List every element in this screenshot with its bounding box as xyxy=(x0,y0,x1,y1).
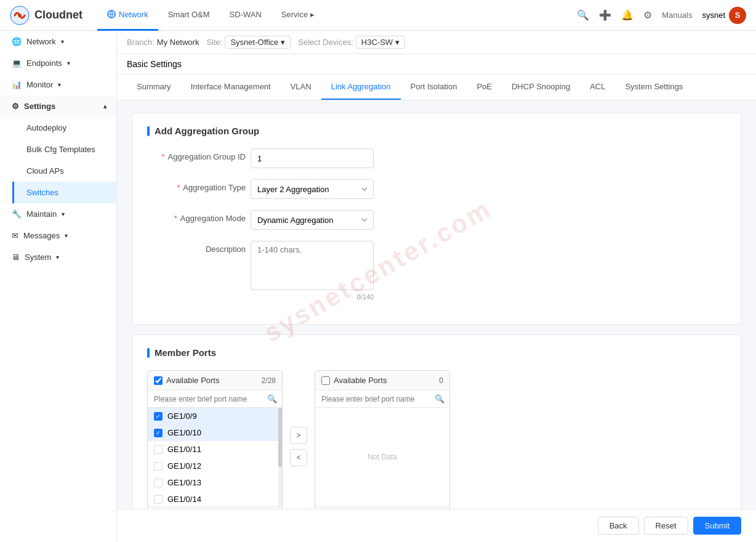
agg-mode-label: * Aggregation Mode xyxy=(147,210,246,223)
right-port-box-title: Available Ports xyxy=(321,376,387,385)
left-search-icon[interactable]: 🔍 xyxy=(262,390,282,407)
sidebar-item-monitor[interactable]: 📊 Monitor ▾ xyxy=(0,74,116,95)
breadcrumb-bar: Branch: My Network Site: Sysnet-Office ▾… xyxy=(117,31,756,54)
sidebar-item-system[interactable]: 🖥 System ▾ xyxy=(0,246,116,268)
port-label-ge1-0-12: GE1/0/12 xyxy=(167,461,201,471)
chevron-icon-6: ▾ xyxy=(56,254,59,261)
member-ports-title: Member Ports xyxy=(147,347,726,358)
port-checkbox-ge1-0-14[interactable] xyxy=(154,495,163,504)
logo-text: Cloudnet xyxy=(34,9,82,22)
sidebar-item-cloud-aps[interactable]: Cloud APs xyxy=(12,160,116,182)
nav-item-service[interactable]: Service ▸ xyxy=(271,0,324,31)
back-button[interactable]: Back xyxy=(598,517,639,535)
description-label: Description xyxy=(147,241,246,254)
sidebar-switches-label: Switches xyxy=(26,188,58,197)
port-item-ge1-0-11[interactable]: GE1/0/11 xyxy=(148,441,282,458)
branch-value: My Network xyxy=(157,38,199,47)
manuals-link[interactable]: Manuals xyxy=(662,10,692,20)
device-label: Select Devices: xyxy=(298,38,353,47)
sidebar-item-switches[interactable]: Switches xyxy=(12,182,116,203)
device-select[interactable]: H3C-SW ▾ xyxy=(356,36,405,49)
agg-mode-select[interactable]: Dynamic Aggregation Static Aggregation xyxy=(251,210,374,230)
network-icon: 🌐 xyxy=(12,37,22,46)
transfer-left-btn[interactable]: < xyxy=(290,449,307,466)
right-port-search-input[interactable] xyxy=(315,391,430,407)
user-badge[interactable]: sysnet S xyxy=(702,7,746,24)
required-star-1: * xyxy=(162,152,165,161)
tab-poe[interactable]: PoE xyxy=(467,75,502,100)
member-ports-section: Member Ports Available Ports 2/28 xyxy=(132,334,741,509)
right-select-all-checkbox[interactable] xyxy=(321,376,330,385)
chevron-icon-2: ▾ xyxy=(67,60,70,67)
sidebar-item-maintain[interactable]: 🔧 Maintain ▾ xyxy=(0,203,116,225)
port-checkbox-ge1-0-13[interactable] xyxy=(154,479,163,487)
bell-icon[interactable]: 🔔 xyxy=(621,9,633,21)
tab-link-aggregation[interactable]: Link Aggregation xyxy=(321,75,401,100)
system-icon: 🖥 xyxy=(12,253,20,262)
tab-bar: Summary Interface Management VLAN Link A… xyxy=(117,75,756,100)
tab-dhcp-snooping[interactable]: DHCP Snooping xyxy=(502,75,580,100)
submit-button[interactable]: Submit xyxy=(693,517,741,535)
add-icon[interactable]: ➕ xyxy=(599,9,611,21)
user-avatar: S xyxy=(729,7,746,24)
description-textarea[interactable] xyxy=(251,241,374,290)
agg-group-id-label: * Aggregation Group ID xyxy=(147,148,246,161)
nav-item-sdwan[interactable]: SD-WAN xyxy=(220,0,271,31)
tab-summary[interactable]: Summary xyxy=(127,75,181,100)
chevron-icon-5: ▾ xyxy=(65,232,68,239)
port-checkbox-ge1-0-9[interactable] xyxy=(154,412,163,421)
tab-interface-management[interactable]: Interface Management xyxy=(181,75,281,100)
left-select-all-checkbox[interactable] xyxy=(154,376,163,385)
port-label-ge1-0-10: GE1/0/10 xyxy=(167,428,201,437)
search-icon[interactable]: 🔍 xyxy=(577,9,589,21)
nav-item-network[interactable]: Network xyxy=(97,0,158,31)
port-empty: Not Data xyxy=(315,408,449,506)
left-port-list-container: GE1/0/9 GE1/0/10 GE1/0/1 xyxy=(148,408,282,506)
site-label: Site: xyxy=(206,38,222,47)
sidebar-monitor-label: Monitor xyxy=(26,80,53,89)
port-item-ge1-0-14[interactable]: GE1/0/14 xyxy=(148,491,282,506)
sidebar-item-autodeploy[interactable]: Autodeploy xyxy=(12,117,116,139)
sidebar-item-settings[interactable]: ⚙ Settings ▴ xyxy=(0,95,116,117)
nav-sdwan-label: SD-WAN xyxy=(230,10,262,19)
port-item-ge1-0-9[interactable]: GE1/0/9 xyxy=(148,408,282,424)
required-star-2: * xyxy=(177,183,180,192)
nav-smart-om-label: Smart O&M xyxy=(168,10,210,19)
transfer-right-btn[interactable]: > xyxy=(290,427,307,444)
svg-point-1 xyxy=(18,14,22,17)
port-checkbox-ge1-0-10[interactable] xyxy=(154,429,163,437)
device-chevron-icon: ▾ xyxy=(395,38,400,47)
port-checkbox-ge1-0-12[interactable] xyxy=(154,462,163,471)
sidebar-system-label: System xyxy=(25,253,51,262)
left-port-search-input[interactable] xyxy=(148,391,262,407)
site-select[interactable]: Sysnet-Office ▾ xyxy=(225,36,291,49)
agg-type-select[interactable]: Layer 2 Aggregation Layer 3 Aggregation xyxy=(251,179,374,199)
sidebar-maintain-label: Maintain xyxy=(26,209,57,219)
port-item-ge1-0-10[interactable]: GE1/0/10 xyxy=(148,424,282,441)
right-search-icon[interactable]: 🔍 xyxy=(430,390,449,407)
sidebar-item-endpoints[interactable]: 💻 Endpoints ▾ xyxy=(0,52,116,74)
nav-item-smart-om[interactable]: Smart O&M xyxy=(158,0,220,31)
page-title-bar: Basic Settings xyxy=(117,54,756,75)
page-title: Basic Settings xyxy=(127,59,182,69)
sidebar-settings-sub: Autodeploy Bulk Cfg Templates Cloud APs … xyxy=(0,117,116,203)
port-checkbox-ge1-0-11[interactable] xyxy=(154,445,163,454)
right-port-count: 0 xyxy=(439,376,443,385)
site-chevron-icon: ▾ xyxy=(281,38,285,47)
tab-system-settings[interactable]: System Settings xyxy=(615,75,693,100)
tab-vlan[interactable]: VLAN xyxy=(281,75,321,100)
settings-icon[interactable]: ⚙ xyxy=(643,9,652,21)
reset-button[interactable]: Reset xyxy=(644,517,688,535)
port-item-ge1-0-13[interactable]: GE1/0/13 xyxy=(148,474,282,491)
transfer-btns: > < xyxy=(290,427,307,466)
sidebar-item-messages[interactable]: ✉ Messages ▾ xyxy=(0,225,116,246)
sidebar-item-network[interactable]: 🌐 Network ▾ xyxy=(0,31,116,52)
branch-label: Branch: xyxy=(127,38,155,47)
port-item-ge1-0-12[interactable]: GE1/0/12 xyxy=(148,458,282,474)
agg-mode-row: * Aggregation Mode Dynamic Aggregation S… xyxy=(147,210,726,230)
tab-acl[interactable]: ACL xyxy=(580,75,615,100)
left-port-search: 🔍 xyxy=(148,390,282,408)
sidebar-item-bulk-cfg[interactable]: Bulk Cfg Templates xyxy=(12,139,116,160)
tab-port-isolation[interactable]: Port Isolation xyxy=(401,75,467,100)
agg-group-id-input[interactable] xyxy=(251,148,374,168)
